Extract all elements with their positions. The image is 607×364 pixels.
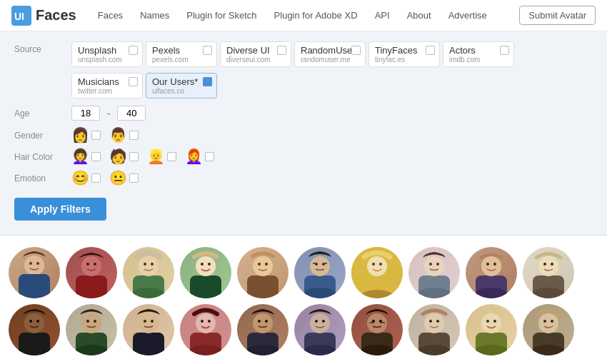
svg-point-73	[208, 320, 211, 323]
face-avatar[interactable]	[294, 247, 346, 298]
face-avatar[interactable]	[66, 304, 117, 355]
face-avatar[interactable]	[66, 247, 117, 298]
source-pexels[interactable]: Pexels pexels.com	[146, 41, 217, 67]
hair-dark-option[interactable]: 👩‍🦱	[71, 149, 101, 163]
face-avatar[interactable]	[9, 304, 60, 355]
svg-point-47	[486, 263, 489, 266]
nav-links: Faces Names Plugin for Sketch Plugin for…	[91, 6, 520, 25]
nav-about[interactable]: About	[400, 6, 438, 25]
source-actors-name: Actors	[449, 45, 476, 56]
age-min-input[interactable]	[71, 106, 100, 121]
hair-color-row: Hair Color 👩‍🦱 🧑 👱 👩‍🦰	[14, 149, 593, 163]
face-avatar[interactable]	[180, 247, 231, 298]
apply-filters-button[interactable]: Apply Filters	[14, 198, 106, 221]
nav-api[interactable]: API	[368, 6, 397, 25]
source-pexels-check	[203, 46, 212, 55]
face-avatar[interactable]	[237, 304, 289, 355]
nav-plugin-sketch[interactable]: Plugin for Sketch	[179, 6, 264, 25]
svg-point-52	[543, 263, 546, 266]
gender-male-option[interactable]: 👨	[109, 128, 139, 142]
face-avatar[interactable]	[523, 304, 574, 355]
source-unsplash-check	[129, 46, 138, 55]
svg-point-62	[86, 320, 89, 323]
svg-point-72	[201, 320, 204, 323]
hair-red-icon: 👩‍🦰	[185, 149, 203, 163]
face-avatar[interactable]	[523, 247, 574, 298]
hair-red-option[interactable]: 👩‍🦰	[185, 149, 214, 163]
svg-point-21	[208, 263, 211, 266]
hair-blonde-option[interactable]: 👱	[147, 149, 176, 163]
face-avatar[interactable]	[466, 247, 517, 298]
svg-point-36	[367, 256, 387, 276]
source-tinyfaces[interactable]: TinyFaces tinyfac.es	[368, 41, 440, 67]
logo[interactable]: UI Faces	[11, 6, 76, 26]
source-tinyfaces-check	[426, 46, 435, 55]
face-avatar[interactable]	[351, 247, 403, 298]
svg-point-11	[94, 263, 96, 266]
nav-advertise[interactable]: Advertise	[441, 6, 494, 25]
svg-point-83	[322, 320, 325, 323]
source-tinyfaces-url: tinyfac.es	[375, 56, 405, 64]
source-ourusers-name: Our Users*	[152, 76, 198, 87]
hair-brown-check	[129, 152, 139, 161]
faces-grid	[9, 247, 598, 355]
svg-point-48	[493, 263, 496, 266]
svg-point-91	[424, 313, 444, 333]
face-avatar[interactable]	[294, 304, 346, 355]
svg-point-71	[196, 313, 216, 333]
source-musicians[interactable]: Musicians twitter.com	[71, 73, 143, 98]
face-avatar[interactable]	[237, 247, 289, 298]
age-label: Age	[14, 106, 71, 118]
svg-point-86	[367, 313, 387, 333]
face-avatar[interactable]	[408, 247, 460, 298]
nav-names[interactable]: Names	[133, 6, 176, 25]
svg-point-53	[551, 263, 553, 266]
face-avatar[interactable]	[123, 304, 174, 355]
emotion-neutral-check	[129, 173, 139, 183]
svg-point-92	[429, 320, 432, 323]
source-actors-url: imdb.com	[449, 56, 480, 64]
gender-female-option[interactable]: 👩	[71, 128, 101, 142]
happy-icon: 😊	[71, 171, 89, 185]
source-unsplash-name: Unsplash	[78, 45, 116, 56]
svg-point-43	[436, 263, 439, 266]
nav-faces[interactable]: Faces	[91, 6, 130, 25]
svg-point-26	[265, 263, 268, 266]
source-unsplash[interactable]: Unsplash unsplash.com	[71, 41, 143, 67]
source-musicians-check	[129, 77, 138, 86]
svg-point-42	[429, 263, 432, 266]
source-ourusers[interactable]: Our Users* uifaces.co	[146, 73, 217, 98]
hair-brown-option[interactable]: 🧑	[109, 149, 139, 163]
nav-plugin-xd[interactable]: Plugin for Adobe XD	[267, 6, 365, 25]
face-avatar[interactable]	[408, 304, 460, 355]
logo-text: Faces	[36, 7, 76, 24]
face-avatar[interactable]	[123, 247, 174, 298]
svg-point-5	[29, 262, 32, 265]
filter-panel: Source Unsplash unsplash.com Pexels pexe…	[0, 31, 607, 236]
hair-brown-icon: 🧑	[109, 149, 127, 163]
source-diverseui[interactable]: Diverse UI diverseui.com	[220, 41, 291, 67]
svg-rect-32	[313, 263, 317, 264]
submit-avatar-button[interactable]: Submit Avatar	[519, 6, 596, 25]
svg-point-76	[253, 313, 273, 333]
svg-point-9	[81, 256, 101, 276]
face-avatar[interactable]	[466, 304, 517, 355]
source-actors-check	[500, 46, 509, 55]
face-avatar[interactable]	[180, 304, 231, 355]
face-avatar[interactable]	[351, 304, 403, 355]
emotion-neutral-option[interactable]: 😐	[109, 171, 139, 185]
face-avatar[interactable]	[9, 247, 60, 298]
source-randomuser[interactable]: RandomUser randomuser.me	[294, 41, 366, 67]
hair-options: 👩‍🦱 🧑 👱 👩‍🦰	[71, 149, 214, 163]
svg-point-58	[36, 320, 39, 323]
age-row: Age -	[14, 106, 593, 121]
svg-point-46	[481, 256, 501, 276]
source-actors[interactable]: Actors imdb.com	[443, 41, 514, 67]
gender-male-check	[129, 131, 139, 140]
emotion-happy-option[interactable]: 😊	[71, 171, 101, 185]
emotion-happy-check	[91, 173, 101, 183]
age-max-input[interactable]	[117, 106, 146, 121]
source-diverseui-check	[277, 46, 286, 55]
svg-text:UI: UI	[14, 11, 24, 22]
hair-dark-check	[91, 152, 101, 161]
